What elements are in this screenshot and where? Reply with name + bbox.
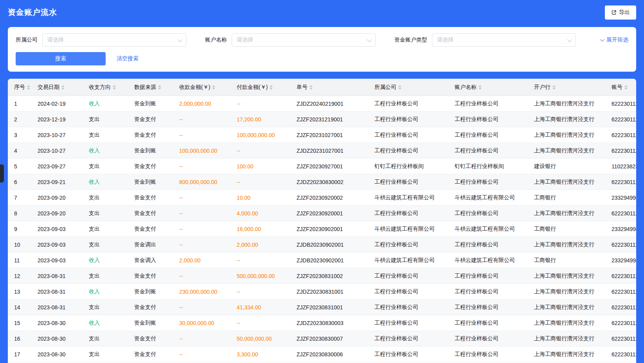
cell-date: 2023-09-20 (34, 195, 85, 201)
cell-direction: 支出 (85, 273, 130, 280)
cell-seq: 14 (8, 304, 34, 311)
cell-order_no: ZJZF20231219001 (293, 116, 371, 123)
table-row: 122023-08-31支出资金支付--500,000,000.00ZJZF20… (8, 268, 636, 284)
cell-account_name: 工程行业样板公司 (451, 210, 530, 217)
cell-source: 资金支付 (130, 210, 175, 217)
cell-order_no: ZJDB20230902001 (293, 242, 371, 248)
sort-icon[interactable] (479, 85, 482, 90)
cell-order_no: ZJZF20230920002 (293, 195, 371, 201)
sort-icon[interactable] (27, 85, 30, 90)
cell-direction: 收入 (85, 100, 130, 107)
cell-account_no: 622230111 (608, 132, 636, 138)
column-header-bank[interactable]: 开户行 (530, 84, 608, 91)
cell-order_no: ZJZF20230830007 (293, 336, 371, 342)
column-header-account-no[interactable]: 账号 (608, 84, 636, 91)
cell-source: 资金支付 (130, 132, 175, 139)
cell-account_no: 622230111 (608, 179, 636, 185)
cell-date: 2023-08-31 (34, 304, 85, 311)
cell-account_no: 233294994 (608, 257, 636, 264)
cell-payment: 17,200.00 (233, 116, 293, 123)
table-row: 112023-09-03收入资金调入2,000.00--ZJDB20230902… (8, 253, 636, 268)
cell-account_name: 工程行业样板公司 (451, 320, 530, 327)
cell-date: 2023-12-19 (34, 116, 85, 123)
cell-seq: 9 (8, 226, 34, 232)
export-button[interactable]: 导出 (605, 5, 636, 20)
sort-icon[interactable] (552, 85, 556, 90)
company-select[interactable]: 请选择 (42, 33, 186, 47)
clear-search-link[interactable]: 清空搜索 (117, 55, 139, 62)
cell-payment: -- (233, 179, 293, 185)
column-header-income[interactable]: 收款金额(￥) (175, 84, 233, 91)
sort-icon[interactable] (624, 85, 628, 90)
cell-income: -- (175, 242, 233, 248)
sort-icon[interactable] (61, 85, 65, 90)
cell-bank: 上海工商银行漕河泾支行 (530, 100, 608, 107)
account-type-filter-label: 资金账户类型 (394, 36, 427, 43)
cell-company: 工程行业样板公司 (371, 288, 451, 295)
cell-source: 资金到账 (130, 100, 175, 107)
column-header-source[interactable]: 数据来源 (130, 84, 175, 91)
cell-income: 100,000,000.00 (175, 148, 233, 154)
column-header-seq[interactable]: 序号 (8, 84, 34, 91)
cell-payment: -- (233, 101, 293, 107)
cell-source: 资金支付 (130, 163, 175, 170)
cell-income: -- (175, 116, 233, 123)
column-header-account-name[interactable]: 账户名称 (451, 84, 530, 91)
table-header-row: 序号 交易日期 收支方向 数据来源 收款金额(￥) 付款金额(￥) 单号 所属 (8, 79, 636, 96)
transactions-table: 序号 交易日期 收支方向 数据来源 收款金额(￥) 付款金额(￥) 单号 所属 (8, 79, 636, 363)
side-drawer-handle[interactable] (0, 164, 4, 182)
account-type-select[interactable]: 请选择 (432, 33, 576, 47)
cell-date: 2023-08-30 (34, 351, 85, 358)
cell-order_no: ZJDZ20230831001 (293, 289, 371, 295)
cell-company: 工程行业样板公司 (371, 304, 451, 311)
cell-company: 工程行业样板公司 (371, 210, 451, 217)
sort-icon[interactable] (398, 85, 401, 90)
column-label: 数据来源 (134, 84, 156, 91)
column-label: 序号 (14, 84, 25, 91)
cell-source: 资金支付 (130, 351, 175, 358)
sort-icon[interactable] (158, 85, 161, 90)
cell-order_no: ZJZF20231027001 (293, 132, 371, 138)
cell-date: 2023-08-30 (34, 320, 85, 326)
table-row: 142023-08-31支出资金支付--41,334.00ZJZF2023083… (8, 300, 636, 315)
sort-icon[interactable] (212, 85, 215, 90)
top-header: 资金账户流水 导出 (0, 0, 644, 25)
table-row: 82023-09-20支出资金支付--4,000.00ZJZF202309200… (8, 206, 636, 221)
sort-icon[interactable] (113, 85, 116, 90)
sort-icon[interactable] (270, 85, 273, 90)
cell-direction: 收入 (85, 147, 130, 154)
cell-seq: 12 (8, 273, 34, 279)
cell-source: 资金支付 (130, 226, 175, 233)
column-header-payment[interactable]: 付款金额(￥) (233, 84, 293, 91)
cell-income: -- (175, 273, 233, 279)
column-header-direction[interactable]: 收支方向 (85, 84, 130, 91)
column-header-order-no[interactable]: 单号 (293, 84, 371, 91)
cell-account_no: 622230111 (608, 273, 636, 279)
cell-source: 资金调入 (130, 257, 175, 264)
search-button[interactable]: 搜索 (16, 52, 106, 65)
account-select[interactable]: 请选择 (232, 33, 376, 47)
column-header-date[interactable]: 交易日期 (34, 84, 85, 91)
cell-direction: 支出 (85, 335, 130, 342)
cell-direction: 支出 (85, 163, 130, 170)
cell-company: 工程行业样板公司 (371, 351, 451, 358)
column-label: 交易日期 (38, 84, 59, 91)
cell-payment: 3,300.00 (233, 351, 293, 358)
table-row: 162023-08-30支出资金支付--50,000,000.00ZJZF202… (8, 331, 636, 347)
cell-account_name: 钉钉工程行业样板间 (451, 163, 530, 170)
cell-income: -- (175, 163, 233, 170)
cell-income: 30,000,000.00 (175, 320, 233, 326)
cell-date: 2023-09-03 (34, 242, 85, 248)
cell-company: 工程行业样板公司 (371, 273, 451, 280)
cell-order_no: ZJZF20230927001 (293, 163, 371, 170)
sort-icon[interactable] (309, 85, 313, 90)
cell-account_no: 622230111 (608, 351, 636, 358)
column-header-company[interactable]: 所属公司 (371, 84, 451, 91)
table-row: 22023-12-19支出资金支付--17,200.00ZJZF20231219… (8, 112, 636, 127)
cell-date: 2023-10-27 (34, 132, 85, 138)
expand-filters-link[interactable]: 展开筛选 (600, 36, 628, 43)
cell-order_no: ZJDB20230902001 (293, 257, 371, 264)
cell-direction: 收入 (85, 257, 130, 264)
cell-company: 工程行业样板公司 (371, 116, 451, 123)
cell-income: 230,000,000.00 (175, 289, 233, 295)
